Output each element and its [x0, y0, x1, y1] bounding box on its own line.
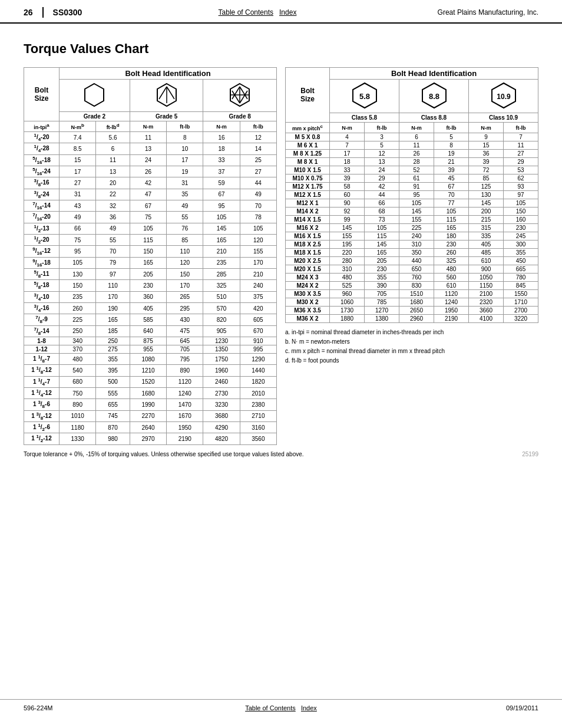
left-grade8-icon-cell [203, 80, 277, 112]
footer-toc-link[interactable]: Table of Contents [245, 704, 296, 711]
footer-date: 09/19/2011 [468, 704, 538, 711]
left-table-row: 1 1/2-12 1330 980 2970 2190 4820 3560 [24, 433, 277, 444]
right-row-ftlb58: 205 [365, 257, 399, 265]
left-row-ftlb2: 275 [96, 345, 130, 353]
right-table-row: M18 X 1.5 220 165 350 260 485 355 [286, 249, 538, 257]
left-row-ftlb5: 645 [167, 337, 203, 345]
left-row-nm2: 27 [59, 177, 96, 189]
left-row-ftlb2: 13 [96, 166, 130, 177]
left-row-ftlb8: 910 [240, 337, 276, 345]
left-row-ftlb8: 78 [240, 212, 276, 223]
left-table: BoltSize Bolt Head Identification [24, 67, 277, 445]
left-row-ftlb5: 35 [167, 189, 203, 200]
left-row-ftlb5: 150 [167, 268, 203, 279]
left-row-nm5: 2970 [130, 433, 166, 444]
right-table-row: M 8 X 1 18 13 28 21 39 29 [286, 158, 538, 166]
right-row-nm88: 28 [399, 158, 434, 166]
left-row-ftlb2: 870 [96, 421, 130, 433]
left-table-row: 9/16-18 105 79 165 120 235 170 [24, 257, 277, 268]
left-row-size: 1 3/8-6 [24, 399, 59, 410]
right-row-nm88: 11 [399, 141, 434, 150]
left-row-size: 1 3/8-12 [24, 410, 59, 421]
left-row-nm5: 2640 [130, 421, 166, 433]
right-row-ftlb88: 480 [434, 265, 469, 274]
right-class88-icon-cell: 8.8 [399, 80, 469, 113]
right-row-nm109: 900 [469, 265, 504, 274]
left-row-size: 1 1/4-12 [24, 387, 59, 398]
right-row-nm58: 280 [330, 257, 365, 265]
left-row-ftlb8: 240 [240, 280, 276, 291]
right-row-nm109: 610 [469, 257, 504, 265]
right-row-size: M20 X 1.5 [286, 265, 330, 274]
right-table-row: M36 X 3.5 1730 1270 2650 1950 3660 2700 [286, 307, 538, 315]
left-row-nm8: 1350 [203, 345, 240, 353]
left-row-nm2: 31 [59, 189, 96, 200]
right-col-ftlb-c88: ft-lb [434, 123, 469, 133]
right-table-row: M16 X 1.5 155 115 240 180 335 245 [286, 232, 538, 241]
left-row-ftlb8: 1820 [240, 376, 276, 387]
left-row-size: 7/8-14 [24, 325, 59, 337]
doc-code: SS0300 [53, 8, 82, 17]
header-toc-link[interactable]: Table of Contents [219, 8, 273, 17]
header: 26 SS0300 Table of Contents Index Great … [0, 0, 562, 24]
left-col-intpi: in-tpia [24, 121, 59, 132]
right-row-ftlb58: 68 [365, 207, 399, 216]
left-row-size: 1 1/8-12 [24, 365, 59, 376]
left-row-size: 1 1/4-7 [24, 376, 59, 387]
footer-center: Table of Contents Index [94, 704, 468, 711]
left-table-row: 1/4-28 8.5 6 13 10 18 14 [24, 143, 277, 154]
left-row-ftlb8: 120 [240, 234, 276, 245]
tolerance-note: Torque tolerance + 0%, -15% of torquing … [24, 451, 538, 457]
left-row-ftlb8: 105 [240, 223, 276, 234]
left-row-nm5: 150 [130, 246, 166, 257]
right-row-nm58: 525 [330, 282, 365, 290]
right-row-ftlb88: 610 [434, 282, 469, 290]
right-col-nm-c58: N-m [330, 123, 365, 133]
right-col-ftlb-c109: ft-lb [504, 123, 538, 133]
right-row-ftlb109: 3220 [504, 315, 538, 323]
right-class58-label: Class 5.8 [330, 113, 399, 123]
left-row-nm8: 510 [203, 291, 240, 302]
right-row-nm109: 2320 [469, 298, 504, 307]
right-row-nm58: 39 [330, 174, 365, 183]
left-row-nm2: 235 [59, 291, 96, 302]
footnote-item: c. mm x pitch = nominal thread diameter … [285, 347, 538, 355]
right-row-ftlb109: 93 [504, 183, 538, 191]
left-row-ftlb5: 31 [167, 177, 203, 189]
left-table-row: 5/8-11 130 97 205 150 285 210 [24, 268, 277, 279]
right-row-ftlb88: 165 [434, 224, 469, 232]
left-row-ftlb2: 655 [96, 399, 130, 410]
right-class58-icon-cell: 5.8 [330, 80, 399, 113]
right-row-ftlb58: 230 [365, 265, 399, 274]
left-col-ftlb-g5: ft-lb [167, 121, 203, 132]
right-table-row: M20 X 2.5 280 205 440 325 610 450 [286, 257, 538, 265]
left-bolt-size-header: BoltSize [24, 68, 59, 121]
right-row-ftlb88: 70 [434, 191, 469, 199]
left-row-ftlb8: 210 [240, 268, 276, 279]
right-row-ftlb109: 27 [504, 150, 538, 158]
svg-text:8.8: 8.8 [428, 92, 439, 101]
right-row-ftlb58: 44 [365, 191, 399, 199]
right-row-ftlb58: 73 [365, 216, 399, 224]
header-index-link[interactable]: Index [279, 8, 296, 17]
right-col-mm-pitch: mm x pitchc [286, 123, 330, 133]
right-row-nm88: 95 [399, 191, 434, 199]
right-table-row: M18 X 2.5 195 145 310 230 405 300 [286, 241, 538, 249]
header-divider [42, 7, 44, 18]
right-row-nm109: 85 [469, 174, 504, 183]
right-row-nm58: 90 [330, 199, 365, 207]
footer-index-link[interactable]: Index [301, 704, 317, 711]
right-row-nm109: 315 [469, 224, 504, 232]
left-grade8-label: Grade 8 [203, 112, 277, 121]
left-bolt-head-id-row: BoltSize Bolt Head Identification [24, 68, 277, 80]
right-row-size: M16 X 1.5 [286, 232, 330, 241]
left-table-row: 7/8-14 250 185 640 475 905 670 [24, 325, 277, 337]
left-row-size: 1-12 [24, 345, 59, 353]
right-col-nm-c109: N-m [469, 123, 504, 133]
right-row-nm88: 440 [399, 257, 434, 265]
left-table-row: 1/2-13 66 49 105 76 145 105 [24, 223, 277, 234]
left-row-size: 9/16-18 [24, 257, 59, 268]
right-table-row: M 8 X 1.25 17 12 26 19 36 27 [286, 150, 538, 158]
right-table-section: BoltSize Bolt Head Identification 5.8 [285, 67, 538, 365]
right-row-ftlb109: 845 [504, 282, 538, 290]
